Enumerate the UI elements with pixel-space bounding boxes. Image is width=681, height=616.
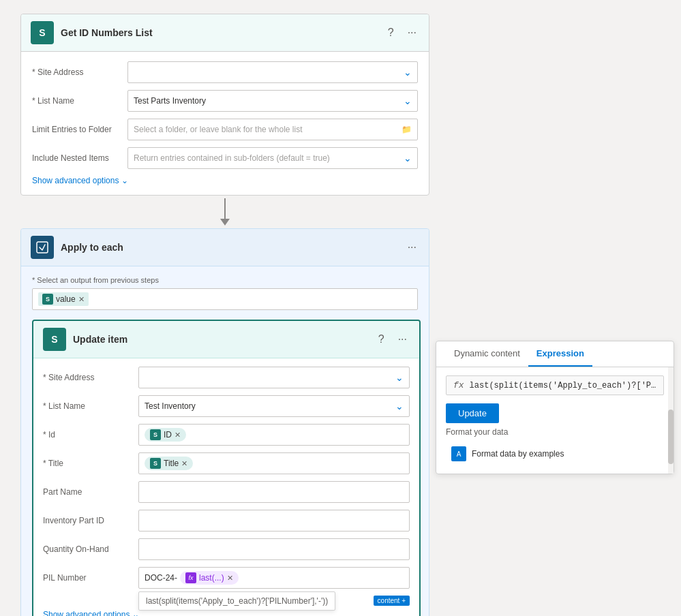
output-tag-input[interactable]: S value ✕	[32, 288, 418, 310]
pil-expression-label: last(...)	[199, 573, 224, 583]
show-advanced-step1-chevron: ⌄	[121, 176, 128, 185]
tab-expression[interactable]: Expression	[528, 341, 592, 367]
list-name-arrow: ⌄	[404, 95, 412, 106]
show-advanced-update-label: Show advanced options	[43, 610, 130, 616]
show-advanced-step1-label: Show advanced options	[32, 176, 119, 185]
value-tag-remove[interactable]: ✕	[78, 295, 85, 304]
step1-help-button[interactable]: ?	[385, 25, 397, 40]
update-list-name-label: * List Name	[43, 401, 138, 411]
scrollbar-thumb[interactable]	[668, 410, 674, 464]
update-button[interactable]: Update	[446, 403, 499, 423]
update-id-row: * Id S ID ✕	[43, 424, 410, 446]
nested-items-select[interactable]: Return entries contained in sub-folders …	[127, 147, 418, 169]
get-id-numbers-card: S Get ID Numbers List ? ··· * Site Addre…	[20, 14, 429, 196]
part-name-label: Part Name	[43, 487, 138, 497]
limit-folder-label: Limit Entries to Folder	[32, 125, 127, 134]
apply-actions: ···	[405, 240, 419, 255]
pil-prefix: DOC-24-	[145, 573, 177, 583]
update-id-input[interactable]: S ID ✕	[138, 424, 410, 446]
title-pill-label: Title	[164, 459, 179, 468]
apply-icon	[31, 236, 54, 259]
show-advanced-update-chevron: ⌄	[132, 610, 139, 616]
update-list-name-arrow: ⌄	[395, 401, 404, 412]
format-item[interactable]: A Format data by examples	[446, 442, 664, 465]
apply-to-each-card: Apply to each ··· * Select an output fro…	[20, 228, 429, 616]
dynamic-content-hint[interactable]: content +	[374, 596, 410, 606]
nested-items-row: Include Nested Items Return entries cont…	[32, 147, 418, 169]
title-pill: S Title ✕	[145, 457, 193, 470]
update-site-address-arrow: ⌄	[395, 372, 404, 383]
update-site-address-row: * Site Address ⌄	[43, 367, 410, 388]
update-item-body: * Site Address ⌄ * List Name Test Invent…	[33, 358, 419, 616]
apply-title: Apply to each	[61, 242, 405, 253]
scrollbar-track	[668, 367, 674, 474]
value-tag: S value ✕	[38, 292, 89, 306]
pil-number-row: PIL Number DOC-24- fx last(...) ✕	[43, 567, 410, 589]
connector-arrow	[220, 198, 230, 226]
update-item-help-button[interactable]: ?	[376, 332, 387, 347]
update-list-name-select[interactable]: Test Inventory ⌄	[138, 395, 410, 417]
title-pill-remove[interactable]: ✕	[181, 459, 187, 468]
nested-items-label: Include Nested Items	[32, 153, 127, 163]
show-advanced-step1[interactable]: Show advanced options ⌄	[32, 176, 418, 185]
expression-input-row: fx last(split(items('Apply_to_each')?['P…	[446, 375, 664, 395]
svg-rect-0	[37, 242, 48, 253]
apply-more-button[interactable]: ···	[405, 240, 419, 255]
step1-icon: S	[31, 21, 54, 44]
site-address-label: * Site Address	[32, 67, 127, 77]
id-pill-remove[interactable]: ✕	[175, 431, 181, 440]
quantity-input[interactable]	[138, 538, 410, 560]
step1-more-button[interactable]: ···	[405, 25, 419, 40]
update-item-card: S Update item ? ··· * Site Address	[32, 320, 421, 616]
update-list-name-row: * List Name Test Inventory ⌄	[43, 395, 410, 417]
id-pill: S ID ✕	[145, 428, 186, 442]
pil-number-label: PIL Number	[43, 573, 138, 583]
update-item-title: Update item	[73, 334, 376, 345]
expression-text[interactable]: last(split(items('Apply_to_each')?['PILN…	[470, 381, 656, 390]
inventory-part-id-row: Inventory Part ID	[43, 510, 410, 532]
format-item-label: Format data by examples	[472, 449, 564, 459]
tab-dynamic-content[interactable]: Dynamic content	[446, 341, 528, 367]
inventory-part-id-label: Inventory Part ID	[43, 516, 138, 525]
update-item-icon: S	[43, 328, 66, 351]
update-site-address-input[interactable]: ⌄	[138, 367, 410, 388]
pil-expr-remove[interactable]: ✕	[227, 574, 233, 583]
folder-icon: 📁	[402, 125, 412, 134]
format-label: Format your data	[446, 427, 664, 437]
id-pill-label: ID	[164, 430, 172, 440]
limit-folder-input[interactable]: Select a folder, or leave blank for the …	[127, 119, 418, 140]
part-name-input[interactable]	[138, 481, 410, 503]
list-name-value: Test Parts Inventory	[134, 96, 206, 106]
card-header-get-id: S Get ID Numbers List ? ···	[21, 14, 429, 52]
output-label: * Select an output from previous steps	[32, 276, 418, 284]
site-address-input[interactable]: ⌄	[127, 61, 418, 83]
update-title-row: * Title S Title ✕	[43, 452, 410, 474]
value-tag-label: value	[56, 294, 76, 304]
update-site-address-label: * Site Address	[43, 373, 138, 382]
step1-title: Get ID Numbers List	[61, 27, 385, 38]
part-name-row: Part Name	[43, 481, 410, 503]
update-id-label: * Id	[43, 430, 138, 440]
list-name-select[interactable]: Test Parts Inventory ⌄	[127, 90, 418, 112]
connector-line	[224, 198, 226, 219]
inventory-part-id-input[interactable]	[138, 510, 410, 532]
update-title-input[interactable]: S Title ✕	[138, 452, 410, 474]
connector-arrowhead	[220, 219, 230, 226]
pil-expression-tag: fx last(...) ✕	[180, 571, 239, 585]
pil-number-input[interactable]: DOC-24- fx last(...) ✕	[138, 567, 410, 589]
nested-items-arrow: ⌄	[404, 153, 412, 164]
site-address-arrow: ⌄	[404, 67, 412, 78]
list-name-label: * List Name	[32, 96, 127, 106]
quantity-label: Quantity On-Hand	[43, 544, 138, 554]
update-item-more-button[interactable]: ···	[395, 332, 410, 347]
pil-tooltip: last(split(items('Apply_to_each')?['PILN…	[138, 591, 335, 611]
limit-folder-row: Limit Entries to Folder Select a folder,…	[32, 119, 418, 140]
update-item-actions: ? ···	[376, 332, 410, 347]
fx-label: fx	[453, 380, 464, 390]
value-tag-icon: S	[42, 294, 53, 305]
id-pill-icon: S	[150, 429, 161, 440]
update-item-header: S Update item ? ···	[33, 321, 419, 358]
show-advanced-update[interactable]: Show advanced options ⌄	[43, 610, 410, 616]
nested-items-placeholder: Return entries contained in sub-folders …	[134, 153, 330, 163]
step1-actions: ? ···	[385, 25, 419, 40]
